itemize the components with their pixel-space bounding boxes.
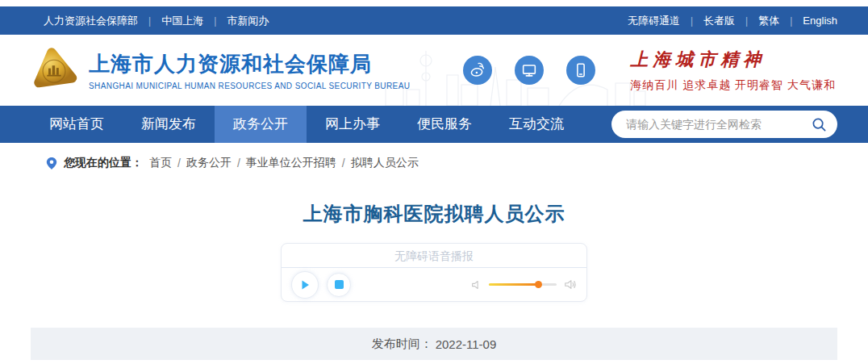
volume-fill [489,283,539,286]
bureau-logo [31,47,77,94]
link-elderly-version[interactable]: 长者版 [703,14,735,28]
utility-links-right: 无障碍通道 | 长者版 | 繁体 | English [628,14,837,28]
link-china-shanghai[interactable]: 中国上海 [161,14,203,28]
breadcrumb-separator: / [237,157,240,169]
play-button[interactable] [291,271,319,299]
mobile-icon[interactable] [566,56,595,85]
breadcrumb-separator: / [342,157,345,169]
search-input[interactable] [626,118,812,131]
page-top-margin [0,0,868,6]
link-city-news-office[interactable]: 市新闻办 [227,14,269,28]
location-pin-icon [45,157,58,170]
separator: | [214,15,216,27]
link-mohrss[interactable]: 人力资源社会保障部 [44,14,138,28]
link-traditional-chinese[interactable]: 繁体 [758,14,779,28]
breadcrumb-recruitment[interactable]: 事业单位公开招聘 [246,156,336,170]
publish-info-bar: 发布时间： 2022-11-09 [31,328,837,360]
utility-links-left: 人力资源社会保障部 | 中国上海 | 市新闻办 [31,14,269,28]
volume-control [471,278,577,291]
share-icon-group [463,56,595,85]
volume-up-icon [564,278,577,291]
site-search [611,111,837,138]
city-spirit-block: 上海城市精神 海纳百川 追求卓越 开明睿智 大气谦和 [630,48,837,93]
separator: | [148,15,151,27]
weibo-icon[interactable] [463,56,492,85]
link-english[interactable]: English [803,15,837,27]
audio-player-label: 无障碍语音播报 [282,244,586,268]
site-subtitle: SHANGHAI MUNICIPAL HUMAN RESOURCES AND S… [89,82,410,90]
separator: | [745,15,748,27]
stop-icon [335,280,344,289]
volume-thumb[interactable] [535,281,542,288]
separator: | [790,15,792,27]
volume-down-icon [471,279,482,291]
separator: | [691,15,693,27]
breadcrumb: 您现在的位置： 首页 / 政务公开 / 事业单位公开招聘 / 拟聘人员公示 [0,143,868,182]
nav-item-gov-disclosure[interactable]: 政务公开 [215,106,307,143]
breadcrumb-label: 您现在的位置： [64,156,143,170]
city-spirit-slogan: 海纳百川 追求卓越 开明睿智 大气谦和 [630,78,836,93]
nav-item-home[interactable]: 网站首页 [31,106,123,143]
volume-slider[interactable] [489,283,557,286]
article-title: 上海市胸科医院拟聘人员公示 [0,201,868,227]
publish-label: 发布时间： [372,337,432,352]
accessibility-audio-player: 无障碍语音播报 [281,243,587,302]
site-title[interactable]: 上海市人力资源和社会保障局 [89,50,410,78]
brand-block: 上海市人力资源和社会保障局 SHANGHAI MUNICIPAL HUMAN R… [89,50,410,90]
site-header: 上海市人力资源和社会保障局 SHANGHAI MUNICIPAL HUMAN R… [0,35,868,106]
breadcrumb-current-page: 拟聘人员公示 [351,156,419,170]
search-icon[interactable] [812,116,828,132]
breadcrumb-gov-disclosure[interactable]: 政务公开 [186,156,232,170]
link-accessibility[interactable]: 无障碍通道 [628,14,680,28]
stop-button[interactable] [327,273,351,297]
utility-bar: 人力资源社会保障部 | 中国上海 | 市新闻办 无障碍通道 | 长者版 | 繁体… [0,6,868,35]
main-nav: 网站首页 新闻发布 政务公开 网上办事 便民服务 互动交流 [0,106,868,143]
city-spirit-title: 上海城市精神 [630,48,836,72]
desktop-icon[interactable] [515,56,544,85]
breadcrumb-home[interactable]: 首页 [149,156,172,170]
nav-item-news[interactable]: 新闻发布 [123,106,215,143]
breadcrumb-separator: / [177,157,181,169]
publish-date: 2022-11-09 [436,337,497,351]
play-icon [299,279,311,291]
nav-item-interaction[interactable]: 互动交流 [490,106,582,143]
nav-item-online-services[interactable]: 网上办事 [307,106,399,143]
nav-item-public-services[interactable]: 便民服务 [399,106,490,143]
